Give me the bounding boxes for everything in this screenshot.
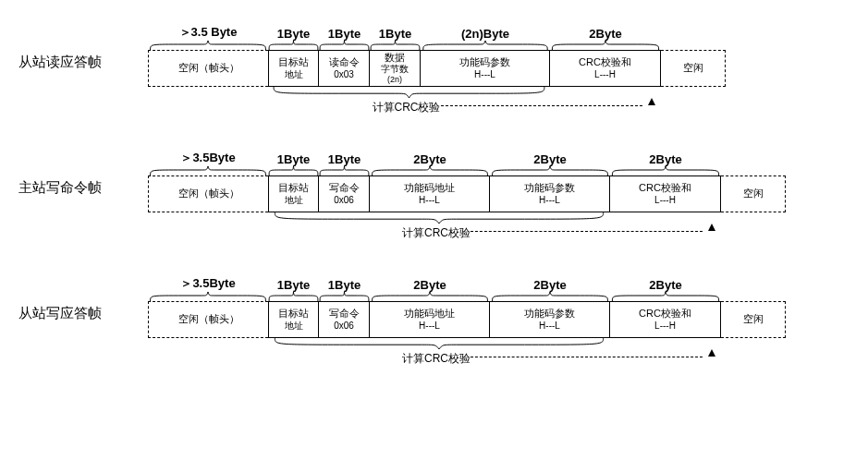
field-line1: 空闲	[683, 62, 703, 74]
field-line2: L---H	[594, 69, 616, 80]
field-line1: 功能码地址	[404, 308, 455, 320]
field-line1: 空闲（帧头）	[178, 188, 239, 200]
brace-top	[721, 292, 786, 301]
size-label: ＞3.5Byte	[148, 275, 268, 292]
size-label: ＞3.5 Byte	[148, 24, 268, 41]
field-line2: H---L	[419, 321, 440, 332]
brace-top	[721, 166, 786, 175]
field-cell: 目标站地址	[268, 175, 319, 212]
field-cell: 功能码地址H---L	[370, 175, 490, 212]
field-line1: 空闲	[743, 188, 764, 200]
frame-title: 从站写应答帧	[18, 270, 148, 322]
field-line2: 0x06	[334, 195, 354, 206]
arrow-up-icon	[648, 98, 655, 105]
field-line1: 功能码参数	[524, 182, 575, 194]
brace-top	[319, 166, 370, 175]
size-label: 1Byte	[319, 278, 370, 292]
field-line2: 地址	[285, 69, 303, 80]
field-line2: 0x06	[334, 321, 354, 332]
field-line2: 0x03	[334, 69, 354, 80]
field-cell: CRC校验和L---H	[610, 301, 721, 338]
size-label: 2Byte	[370, 152, 490, 166]
crc-annotation: 计算CRC校验	[268, 224, 721, 241]
field-line2: 地址	[285, 195, 303, 206]
brace-top	[148, 166, 268, 175]
field-cell: 目标站地址	[268, 301, 319, 338]
brace-top	[148, 41, 268, 50]
size-label: (2n)Byte	[421, 27, 550, 41]
frame-body: ＞3.5Byte1Byte1Byte2Byte2Byte2Byte空闲（帧头）目…	[148, 144, 850, 242]
field-line1: 空闲	[743, 313, 764, 325]
brace-top	[490, 166, 610, 175]
field-line1: CRC校验和	[639, 308, 691, 320]
brace-top	[661, 41, 726, 50]
field-cell: 数据字节数(2n)	[370, 50, 421, 87]
size-label: 2Byte	[490, 278, 610, 292]
brace-top	[268, 41, 319, 50]
size-label: 1Byte	[268, 278, 319, 292]
size-label: 1Byte	[268, 152, 319, 166]
brace-bottom	[268, 87, 550, 98]
field-line1: 空闲（帧头）	[178, 313, 239, 325]
arrow-up-icon	[708, 224, 715, 231]
size-label: 1Byte	[370, 27, 421, 41]
field-cell: 空闲	[661, 50, 726, 87]
size-label: 2Byte	[550, 27, 661, 41]
field-cell: 空闲（帧头）	[148, 50, 268, 87]
frame-body: ＞3.5 Byte1Byte1Byte1Byte(2n)Byte2Byte空闲（…	[148, 18, 850, 116]
frame-1: 主站写命令帧＞3.5Byte1Byte1Byte2Byte2Byte2Byte空…	[18, 144, 850, 242]
brace-top	[148, 292, 268, 301]
frame-title: 从站读应答帧	[18, 18, 148, 71]
frame-title: 主站写命令帧	[18, 144, 148, 197]
crc-label: 计算CRC校验	[402, 224, 471, 241]
frame-2: 从站写应答帧＞3.5Byte1Byte1Byte2Byte2Byte2Byte空…	[18, 270, 850, 368]
frame-body: ＞3.5Byte1Byte1Byte2Byte2Byte2Byte空闲（帧头）目…	[148, 270, 850, 368]
brace-top	[370, 292, 490, 301]
field-line1: CRC校验和	[639, 182, 691, 194]
field-cell: 空闲	[721, 301, 786, 338]
field-cell: 写命令0x06	[319, 301, 370, 338]
size-label: 2Byte	[370, 278, 490, 292]
field-line1: CRC校验和	[579, 56, 631, 68]
brace-bottom	[268, 212, 610, 224]
brace-top	[421, 41, 550, 50]
size-label: 2Byte	[490, 152, 610, 166]
field-line2: 字节数	[381, 64, 409, 75]
size-label: 1Byte	[319, 152, 370, 166]
size-label: 2Byte	[610, 152, 721, 166]
field-line2: 地址	[285, 321, 303, 332]
field-line2: L---H	[654, 195, 676, 206]
field-line1: 功能码地址	[404, 182, 455, 194]
field-cell: CRC校验和L---H	[610, 175, 721, 212]
crc-label: 计算CRC校验	[402, 349, 471, 367]
crc-annotation: 计算CRC校验	[268, 98, 661, 115]
crc-annotation: 计算CRC校验	[268, 349, 721, 367]
crc-label: 计算CRC校验	[373, 98, 441, 115]
field-line2: H---L	[474, 69, 495, 80]
arrow-up-icon	[708, 349, 715, 357]
brace-bottom	[268, 338, 610, 349]
field-line1: 读命令	[329, 56, 360, 68]
brace-top	[610, 166, 721, 175]
field-cell: 空闲（帧头）	[148, 301, 268, 338]
brace-top	[370, 41, 421, 50]
crc-dash-line	[471, 231, 703, 232]
brace-top	[268, 292, 319, 301]
field-cell: 功能码参数H---L	[490, 301, 610, 338]
size-label: 1Byte	[319, 27, 370, 41]
size-label: 2Byte	[610, 278, 721, 292]
field-line1: 数据	[385, 52, 405, 64]
field-line1: 目标站	[278, 56, 309, 68]
size-label: 1Byte	[268, 27, 319, 41]
brace-top	[319, 292, 370, 301]
brace-top	[610, 292, 721, 301]
size-label: ＞3.5Byte	[148, 150, 268, 166]
frame-0: 从站读应答帧＞3.5 Byte1Byte1Byte1Byte(2n)Byte2B…	[18, 18, 850, 116]
field-line1: 目标站	[278, 308, 309, 320]
field-line3: (2n)	[387, 75, 402, 85]
field-cell: 读命令0x03	[319, 50, 370, 87]
brace-top	[490, 292, 610, 301]
field-line2: H---L	[539, 321, 560, 332]
brace-top	[268, 166, 319, 175]
brace-top	[550, 41, 661, 50]
